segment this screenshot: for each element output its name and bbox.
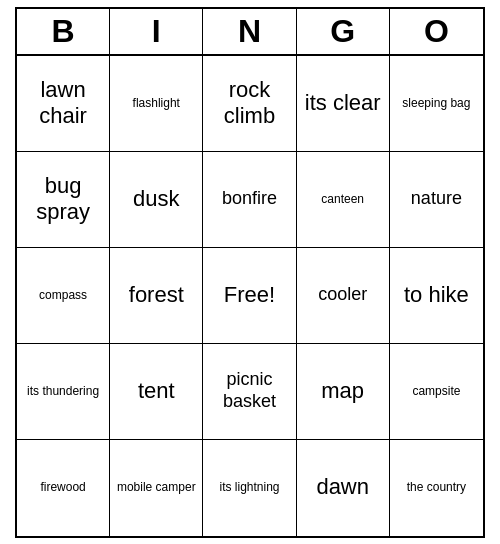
cell-text: firewood <box>40 480 85 494</box>
bingo-cell: forest <box>110 248 203 344</box>
cell-text: to hike <box>404 282 469 308</box>
bingo-grid: lawn chairflashlightrock climbits clears… <box>17 56 483 536</box>
cell-text: campsite <box>412 384 460 398</box>
cell-text: lawn chair <box>21 77 105 130</box>
cell-text: tent <box>138 378 175 404</box>
bingo-cell: cooler <box>297 248 390 344</box>
bingo-cell: nature <box>390 152 483 248</box>
cell-text: dawn <box>316 474 369 500</box>
cell-text: bug spray <box>21 173 105 226</box>
bingo-cell: to hike <box>390 248 483 344</box>
cell-text: rock climb <box>207 77 291 130</box>
cell-text: nature <box>411 188 462 210</box>
cell-text: mobile camper <box>117 480 196 494</box>
cell-text: dusk <box>133 186 179 212</box>
cell-text: the country <box>407 480 466 494</box>
bingo-cell: campsite <box>390 344 483 440</box>
bingo-cell: compass <box>17 248 110 344</box>
bingo-cell: tent <box>110 344 203 440</box>
cell-text: compass <box>39 288 87 302</box>
cell-text: sleeping bag <box>402 96 470 110</box>
bingo-cell: its thundering <box>17 344 110 440</box>
header-letter: I <box>110 9 203 54</box>
bingo-cell: lawn chair <box>17 56 110 152</box>
cell-text: canteen <box>321 192 364 206</box>
cell-text: flashlight <box>133 96 180 110</box>
bingo-cell: canteen <box>297 152 390 248</box>
bingo-cell: dusk <box>110 152 203 248</box>
bingo-cell: mobile camper <box>110 440 203 536</box>
bingo-cell: sleeping bag <box>390 56 483 152</box>
cell-text: its clear <box>305 90 381 116</box>
header-letter: G <box>297 9 390 54</box>
bingo-cell: picnic basket <box>203 344 296 440</box>
cell-text: map <box>321 378 364 404</box>
bingo-cell: bonfire <box>203 152 296 248</box>
bingo-cell: the country <box>390 440 483 536</box>
bingo-cell: firewood <box>17 440 110 536</box>
bingo-cell: Free! <box>203 248 296 344</box>
bingo-cell: its clear <box>297 56 390 152</box>
cell-text: cooler <box>318 284 367 306</box>
header-letter: B <box>17 9 110 54</box>
cell-text: its thundering <box>27 384 99 398</box>
bingo-cell: dawn <box>297 440 390 536</box>
cell-text: picnic basket <box>207 369 291 412</box>
bingo-header: BINGO <box>17 9 483 56</box>
cell-text: bonfire <box>222 188 277 210</box>
bingo-cell: map <box>297 344 390 440</box>
bingo-cell: rock climb <box>203 56 296 152</box>
header-letter: O <box>390 9 483 54</box>
header-letter: N <box>203 9 296 54</box>
bingo-cell: bug spray <box>17 152 110 248</box>
cell-text: Free! <box>224 282 275 308</box>
bingo-card: BINGO lawn chairflashlightrock climbits … <box>15 7 485 538</box>
cell-text: its lightning <box>219 480 279 494</box>
bingo-cell: flashlight <box>110 56 203 152</box>
bingo-cell: its lightning <box>203 440 296 536</box>
cell-text: forest <box>129 282 184 308</box>
